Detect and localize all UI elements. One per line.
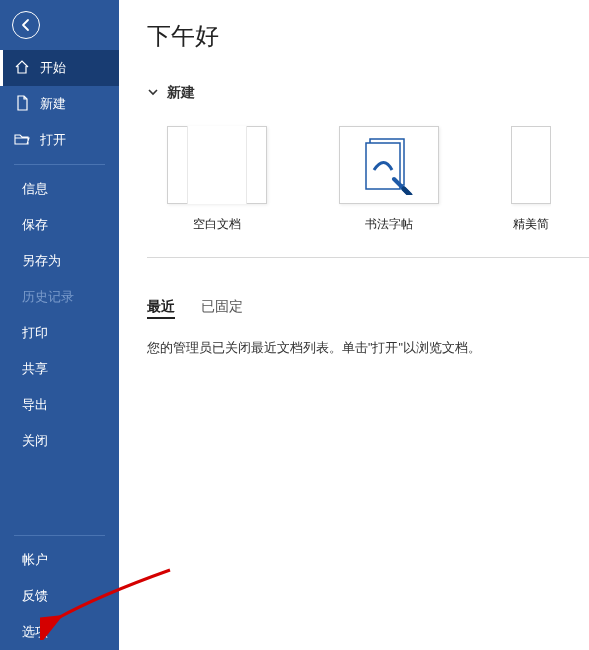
nav-label: 另存为	[22, 252, 61, 270]
nav-label: 反馈	[22, 587, 48, 605]
nav-label: 选项	[22, 623, 48, 641]
nav-print[interactable]: 打印	[0, 315, 119, 351]
nav-share[interactable]: 共享	[0, 351, 119, 387]
nav-save[interactable]: 保存	[0, 207, 119, 243]
nav-account[interactable]: 帐户	[0, 542, 119, 578]
nav-label: 开始	[40, 59, 66, 77]
nav-label: 打印	[22, 324, 48, 342]
recent-disabled-message: 您的管理员已关闭最近文档列表。单击"打开"以浏览文档。	[147, 340, 589, 357]
nav-export[interactable]: 导出	[0, 387, 119, 423]
template-thumb	[167, 126, 267, 204]
back-button[interactable]	[0, 0, 119, 50]
nav-new[interactable]: 新建	[0, 86, 119, 122]
nav-start[interactable]: 开始	[0, 50, 119, 86]
template-blank-document[interactable]: 空白文档	[167, 126, 267, 233]
nav-info[interactable]: 信息	[0, 171, 119, 207]
nav-label: 帐户	[22, 551, 48, 569]
nav-label: 共享	[22, 360, 48, 378]
nav-open[interactable]: 打开	[0, 122, 119, 158]
sidebar-divider	[14, 535, 105, 536]
new-section-toggle[interactable]: 新建	[147, 84, 589, 102]
recent-tabs: 最近 已固定	[147, 298, 589, 320]
nav-label: 打开	[40, 131, 66, 149]
nav-save-as[interactable]: 另存为	[0, 243, 119, 279]
nav-label: 信息	[22, 180, 48, 198]
page-title: 下午好	[147, 20, 589, 52]
nav-label: 关闭	[22, 432, 48, 450]
nav-history: 历史记录	[0, 279, 119, 315]
chevron-down-icon	[147, 85, 159, 101]
file-icon	[14, 95, 30, 114]
template-label: 精美简	[513, 216, 549, 233]
back-arrow-icon	[12, 11, 40, 39]
main-panel: 下午好 新建 空白文档 书法字帖	[119, 0, 589, 650]
nav-options[interactable]: 选项	[0, 614, 119, 650]
folder-open-icon	[14, 131, 30, 150]
tab-recent[interactable]: 最近	[147, 298, 175, 320]
nav-feedback[interactable]: 反馈	[0, 578, 119, 614]
template-calligraphy[interactable]: 书法字帖	[339, 126, 439, 233]
template-thumb	[339, 126, 439, 204]
template-row: 空白文档 书法字帖 精美简	[147, 126, 589, 233]
template-thumb	[511, 126, 551, 204]
nav-label: 导出	[22, 396, 48, 414]
home-icon	[14, 59, 30, 78]
sidebar: 开始 新建 打开 信息 保存 另存为 历史记录 打印 共享 导出 关闭 帐户 反…	[0, 0, 119, 650]
template-label: 空白文档	[193, 216, 241, 233]
nav-label: 历史记录	[22, 288, 74, 306]
divider	[147, 257, 589, 258]
nav-close[interactable]: 关闭	[0, 423, 119, 459]
sidebar-divider	[14, 164, 105, 165]
section-label: 新建	[167, 84, 195, 102]
template-label: 书法字帖	[365, 216, 413, 233]
nav-label: 新建	[40, 95, 66, 113]
nav-label: 保存	[22, 216, 48, 234]
template-elegant[interactable]: 精美简	[511, 126, 551, 233]
tab-pinned[interactable]: 已固定	[201, 298, 243, 320]
